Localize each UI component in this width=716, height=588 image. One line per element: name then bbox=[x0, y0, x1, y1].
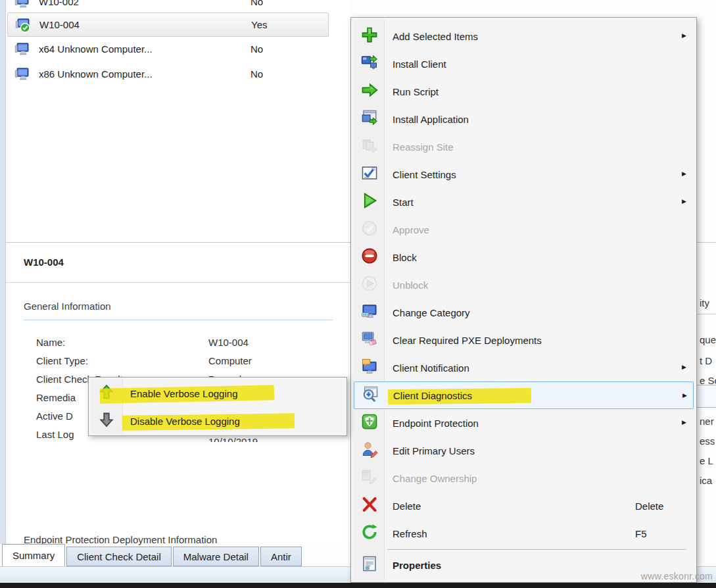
section-underline bbox=[24, 320, 333, 320]
field-value: W10-004 bbox=[208, 337, 249, 348]
menu-item-label: Approve bbox=[393, 224, 429, 235]
context-menu-item-edit-primary-users[interactable]: Edit Primary Users bbox=[354, 437, 694, 464]
device-name: W10-004 bbox=[39, 19, 80, 30]
device-name: x86 Unknown Computer... bbox=[39, 68, 153, 80]
background-text-fragment: t D bbox=[700, 355, 712, 366]
delete-icon bbox=[361, 496, 378, 516]
edit-primary-users-icon bbox=[361, 441, 378, 460]
computer-icon bbox=[14, 73, 30, 84]
menu-item-label: Install Application bbox=[393, 114, 469, 125]
change-ownership-icon bbox=[361, 468, 378, 488]
context-menu-item-approve[interactable]: Approve bbox=[354, 216, 694, 243]
clear-pxe-icon bbox=[361, 330, 378, 350]
menu-item-label: Refresh bbox=[393, 528, 427, 539]
computer-check-icon bbox=[14, 24, 30, 35]
background-text-fragment: ess bbox=[700, 435, 715, 447]
fragment-underline bbox=[698, 314, 716, 314]
client-diagnostics-icon bbox=[362, 385, 379, 405]
menu-item-label: Endpoint Protection bbox=[393, 418, 479, 429]
menu-item-label: Delete bbox=[393, 501, 421, 512]
client-settings-icon bbox=[361, 164, 378, 184]
install-application-icon bbox=[361, 109, 378, 129]
menu-item-label: Block bbox=[393, 252, 417, 263]
context-menu-item-change-category[interactable]: Change Category bbox=[354, 299, 694, 326]
window-bottom-edge bbox=[0, 583, 716, 588]
sccm-console-screenshot: W10-002NoW10-004Yesx64 Unknown Computer.… bbox=[0, 0, 716, 588]
menu-item-label: Edit Primary Users bbox=[393, 445, 475, 456]
device-name: x64 Unknown Computer... bbox=[39, 43, 153, 55]
menu-item-label: Reassign Site bbox=[393, 141, 454, 153]
client-diagnostics-submenu: Enable Verbose LoggingDisable Verbose Lo… bbox=[88, 377, 347, 436]
context-menu-item-client-settings[interactable]: Client Settings▶ bbox=[354, 160, 694, 188]
field-value: Computer bbox=[208, 355, 252, 366]
context-menu-item-add-selected-items[interactable]: Add Selected Items▶ bbox=[354, 22, 694, 50]
menu-item-label: Change Ownership bbox=[393, 473, 477, 484]
context-menu-item-block[interactable]: Block bbox=[354, 243, 694, 271]
background-text-fragment: que bbox=[700, 334, 716, 345]
menu-item-label: Clear Required PXE Deployments bbox=[393, 335, 542, 346]
menu-separator bbox=[387, 549, 686, 550]
tab-antir[interactable]: Antir bbox=[260, 547, 302, 566]
menu-item-label: Client Diagnostics bbox=[393, 390, 472, 401]
submenu-items: Enable Verbose LoggingDisable Verbose Lo… bbox=[91, 380, 345, 433]
yellow-highlight-marker bbox=[388, 387, 531, 404]
context-menu-item-endpoint-protection[interactable]: Endpoint Protection▶ bbox=[354, 409, 694, 437]
field-label: Active D bbox=[36, 410, 73, 422]
context-menu-item-run-script[interactable]: Run Script bbox=[354, 78, 694, 105]
field-label: Name: bbox=[36, 337, 65, 348]
context-menu-item-clear-required-pxe-deployments[interactable]: Clear Required PXE Deployments bbox=[354, 326, 694, 354]
context-menu-item-reassign-site[interactable]: Reassign Site bbox=[354, 133, 694, 160]
submenu-arrow-icon: ▶ bbox=[682, 419, 686, 426]
tab-summary[interactable]: Summary bbox=[2, 544, 65, 566]
context-menu-item-install-client[interactable]: Install Client bbox=[354, 50, 694, 78]
device-client-value: Yes bbox=[251, 19, 267, 30]
tab-malware-detail[interactable]: Malware Detail bbox=[173, 547, 259, 566]
menu-item-label: Change Category bbox=[393, 307, 470, 318]
section-title: General Information bbox=[24, 301, 111, 312]
computer-icon bbox=[14, 1, 30, 12]
fragment-hover-box bbox=[696, 385, 716, 408]
context-menu-item-client-notification[interactable]: Client Notification▶ bbox=[354, 354, 694, 381]
submenu-item-label: Disable Verbose Logging bbox=[130, 416, 240, 427]
submenu-item-disable-verbose-logging[interactable]: Disable Verbose Logging bbox=[91, 407, 345, 435]
context-menu-item-install-application[interactable]: Install Application bbox=[354, 105, 694, 133]
device-row-w10-004[interactable]: W10-004Yes bbox=[7, 12, 329, 37]
block-icon bbox=[361, 247, 378, 267]
submenu-arrow-icon: ▶ bbox=[682, 392, 687, 399]
context-menu-item-refresh[interactable]: RefreshF5 bbox=[354, 520, 694, 547]
field-value: 10/10/2019 bbox=[208, 436, 258, 442]
background-text-fragment: ity bbox=[700, 297, 709, 308]
menu-item-label: Run Script bbox=[393, 86, 439, 97]
computer-icon bbox=[14, 48, 30, 59]
context-menu-item-client-diagnostics[interactable]: Client Diagnostics▶ bbox=[354, 381, 694, 409]
context-menu-item-start[interactable]: Start▶ bbox=[354, 188, 694, 216]
menu-item-label: Add Selected Items bbox=[393, 31, 478, 42]
arrow-down-icon bbox=[99, 412, 114, 430]
yellow-highlight-marker bbox=[100, 385, 274, 404]
run-script-icon bbox=[361, 82, 378, 101]
context-menu-item-change-ownership[interactable]: Change Ownership bbox=[354, 464, 694, 492]
submenu-item-label: Enable Verbose Logging bbox=[130, 388, 237, 399]
device-row-x86-unknown-computer[interactable]: x86 Unknown Computer...No bbox=[7, 62, 329, 87]
start-icon bbox=[361, 192, 378, 212]
submenu-arrow-icon: ▶ bbox=[682, 198, 686, 205]
unblock-icon bbox=[361, 275, 378, 295]
endpoint-protection-icon bbox=[361, 413, 378, 433]
detail-divider bbox=[6, 282, 350, 283]
reassign-site-icon bbox=[361, 137, 378, 157]
change-category-icon bbox=[361, 303, 378, 322]
tab-client-check-detail[interactable]: Client Check Detail bbox=[66, 547, 172, 566]
context-menu-item-delete[interactable]: DeleteDelete bbox=[354, 492, 694, 520]
background-text-fragment: e L bbox=[700, 455, 713, 466]
submenu-arrow-icon: ▶ bbox=[682, 364, 686, 370]
device-row-x64-unknown-computer[interactable]: x64 Unknown Computer...No bbox=[7, 37, 329, 62]
context-menu-item-unblock[interactable]: Unblock bbox=[354, 271, 694, 299]
field-label: Client Type: bbox=[36, 355, 88, 366]
device-name: W10-002 bbox=[39, 0, 79, 7]
watermark: www.eskonr.com bbox=[641, 571, 713, 581]
add-icon bbox=[361, 26, 378, 46]
submenu-item-enable-verbose-logging[interactable]: Enable Verbose Logging bbox=[91, 380, 345, 407]
left-edge-strip bbox=[0, 0, 6, 544]
install-client-icon bbox=[361, 54, 378, 74]
refresh-icon bbox=[361, 524, 378, 543]
